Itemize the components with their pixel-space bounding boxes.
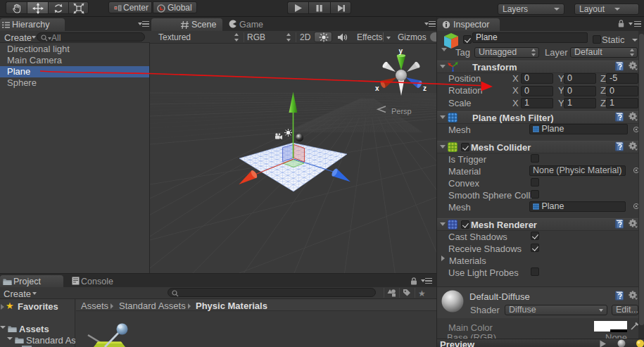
svg-text:x: x bbox=[375, 84, 379, 92]
svg-text:Persp: Persp bbox=[391, 107, 412, 115]
svg-text:z: z bbox=[423, 84, 427, 92]
svg-text:y: y bbox=[399, 47, 403, 55]
